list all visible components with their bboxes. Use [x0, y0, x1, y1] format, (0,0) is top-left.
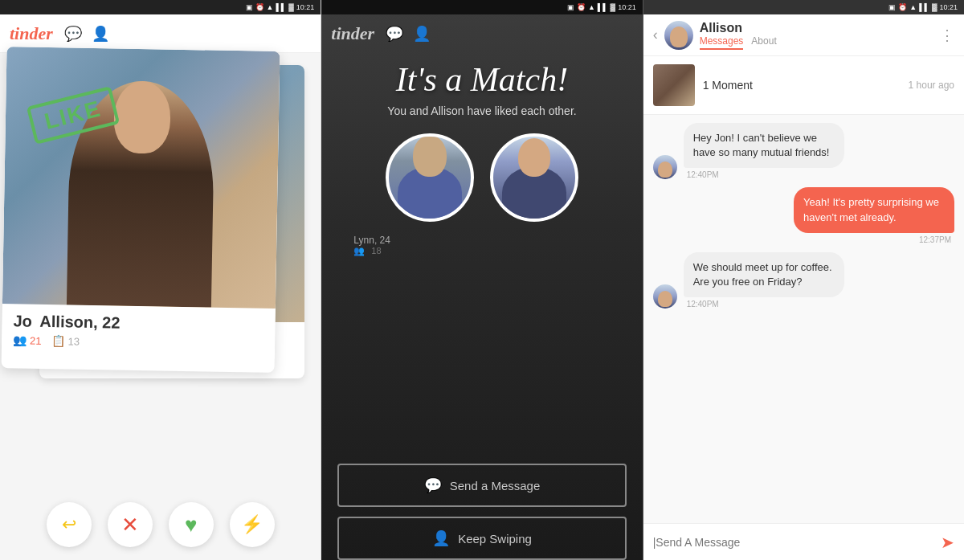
wifi-icon-2: ▲: [588, 3, 595, 11]
bubble-content-1: Hey Jon! I can't believe we have so many…: [684, 123, 844, 179]
message-row-1: Hey Jon! I can't believe we have so many…: [653, 123, 954, 179]
friends-count: 21: [30, 334, 42, 346]
signal-bars-icon: ▌▌: [276, 3, 286, 11]
back-button[interactable]: ‹: [653, 27, 658, 43]
profile-icon[interactable]: 👤: [92, 25, 109, 43]
wifi-icon-3: ▲: [909, 3, 917, 11]
match-avatars: [386, 133, 578, 222]
signal-icon-2: ▣: [567, 3, 574, 11]
keep-swiping-button[interactable]: 👤 Keep Swiping: [337, 517, 626, 560]
top-bar-icons: 💬 👤: [64, 25, 109, 43]
card-name: Jo Allison, 22: [13, 312, 263, 334]
tinder-logo-2: tinder: [331, 23, 374, 44]
other-count: 13: [67, 335, 80, 347]
bubble-time-2: 12:37PM: [794, 235, 954, 244]
moment-title: 1 Moment: [703, 79, 901, 92]
bubble-time-1: 12:40PM: [684, 170, 844, 179]
bubble-content-2: Yeah! It's pretty surprising we haven't …: [794, 187, 954, 243]
more-options-icon[interactable]: ⋮: [940, 27, 954, 44]
message-text-3: We should meet up for coffee. Are you fr…: [693, 261, 832, 288]
message-row-2: Yeah! It's pretty surprising we haven't …: [653, 187, 954, 243]
time-3: 10:21: [939, 3, 958, 11]
match-profile-name: Lynn, 24: [353, 235, 610, 246]
signal-icon-3: ▣: [888, 3, 896, 11]
tab-about[interactable]: About: [751, 35, 776, 50]
message-text-1: Hey Jon! I can't believe we have so many…: [693, 132, 830, 158]
card-info: Jo Allison, 22 👥 21 📋 13: [2, 304, 276, 359]
moment-thumbnail: [653, 64, 695, 106]
match-title: It's a Match!: [396, 61, 568, 98]
message-row-3: We should meet up for coffee. Are you fr…: [653, 252, 954, 309]
tinder-logo-1: tinder: [10, 23, 53, 44]
moment-row[interactable]: 1 Moment 1 hour ago: [643, 56, 964, 115]
contact-name: Allison: [700, 21, 933, 35]
swipe-screen: ▣ ⏰ ▲ ▌▌ ▓ 10:21 tinder 💬 👤 LIKE Jo: [0, 0, 321, 560]
bubble-content-3: We should meet up for coffee. Are you fr…: [684, 252, 844, 309]
other-stat: 📋 13: [51, 334, 80, 348]
status-bar-3: ▣ ⏰ ▲ ▌▌ ▓ 10:21: [643, 0, 964, 14]
card-name-full: Allison, 22: [39, 313, 120, 332]
message-tabs: Messages About: [700, 35, 933, 50]
wifi-icon: ▲: [267, 3, 274, 11]
like-badge: LIKE: [27, 86, 120, 145]
profile-card[interactable]: LIKE Jo Allison, 22 👥 21 📋 13: [2, 47, 280, 373]
match-content: It's a Match! You and Allison have liked…: [321, 53, 642, 456]
person-icon: 👤: [432, 529, 450, 547]
time-2: 10:21: [618, 3, 636, 11]
signal-bars-icon-3: ▌▌: [919, 3, 929, 11]
battery-icon-2: ▓: [611, 3, 616, 11]
time-1: 10:21: [296, 3, 315, 11]
message-input-bar: ➤: [643, 523, 964, 560]
bubble-2: Yeah! It's pretty surprising we haven't …: [794, 187, 954, 232]
bubble-time-3: 12:40PM: [684, 300, 844, 309]
alarm-icon: ⏰: [255, 3, 264, 11]
status-bar-1: ▣ ⏰ ▲ ▌▌ ▓ 10:21: [0, 0, 321, 14]
keep-swiping-label: Keep Swiping: [458, 532, 532, 546]
tab-messages[interactable]: Messages: [700, 35, 744, 50]
name-partial: Jo: [13, 312, 32, 329]
card-area[interactable]: LIKE Jo Allison, 22 👥 21 📋 13: [0, 53, 321, 491]
contact-avatar: [664, 21, 693, 50]
avatar-user: [386, 133, 474, 222]
match-screen: ▣ ⏰ ▲ ▌▌ ▓ 10:21 tinder 💬 👤 It's a Match…: [321, 0, 643, 560]
signal-icon: ▣: [246, 3, 253, 11]
match-profile-friends-icon: 👥: [353, 246, 365, 256]
sender-avatar-3: [653, 284, 677, 309]
messages-area: Hey Jon! I can't believe we have so many…: [643, 115, 964, 523]
like-button[interactable]: ♥: [169, 502, 214, 547]
send-message-button[interactable]: 💬 Send a Message: [337, 464, 626, 507]
messages-screen: ▣ ⏰ ▲ ▌▌ ▓ 10:21 ‹ Allison Messages Abou…: [643, 0, 964, 560]
nope-button[interactable]: ✕: [108, 502, 153, 547]
moment-time: 1 hour ago: [909, 80, 954, 91]
profile-icon-2[interactable]: 👤: [413, 25, 431, 43]
message-input[interactable]: [653, 536, 934, 549]
card-photo: LIKE: [2, 47, 280, 309]
avatar-match: [490, 133, 578, 222]
battery-icon-3: ▓: [932, 3, 937, 11]
rewind-button[interactable]: ↩: [47, 502, 92, 547]
alarm-icon-3: ⏰: [898, 3, 907, 11]
messages-icon[interactable]: 💬: [64, 25, 82, 43]
top-bar-icons-2: 💬 👤: [386, 25, 431, 43]
match-profile-friends: 18: [371, 246, 381, 256]
friends-stat: 👥 21: [13, 333, 42, 347]
other-icon: 📋: [51, 334, 64, 347]
status-bar-2: ▣ ⏰ ▲ ▌▌ ▓ 10:21: [321, 0, 642, 14]
alarm-icon-2: ⏰: [577, 3, 586, 11]
match-actions: 💬 Send a Message 👤 Keep Swiping: [321, 456, 642, 560]
message-top-bar: ‹ Allison Messages About ⋮: [643, 14, 964, 56]
card-stats: 👥 21 📋 13: [13, 333, 263, 350]
signal-bars-icon-2: ▌▌: [598, 3, 608, 11]
send-button[interactable]: ➤: [941, 533, 954, 552]
messages-icon-2[interactable]: 💬: [386, 25, 403, 43]
bubble-3: We should meet up for coffee. Are you fr…: [684, 252, 844, 297]
top-bar-2: tinder 💬 👤: [321, 14, 642, 53]
friends-icon: 👥: [13, 333, 27, 346]
boost-button[interactable]: ⚡: [230, 502, 275, 547]
send-message-label: Send a Message: [450, 479, 541, 493]
bubble-1: Hey Jon! I can't believe we have so many…: [684, 123, 844, 168]
match-subtitle: You and Allison have liked each other.: [387, 104, 576, 117]
moment-info: 1 Moment: [703, 79, 901, 92]
contact-info: Allison Messages About: [700, 21, 933, 50]
message-text-2: Yeah! It's pretty surprising we haven't …: [803, 196, 939, 223]
